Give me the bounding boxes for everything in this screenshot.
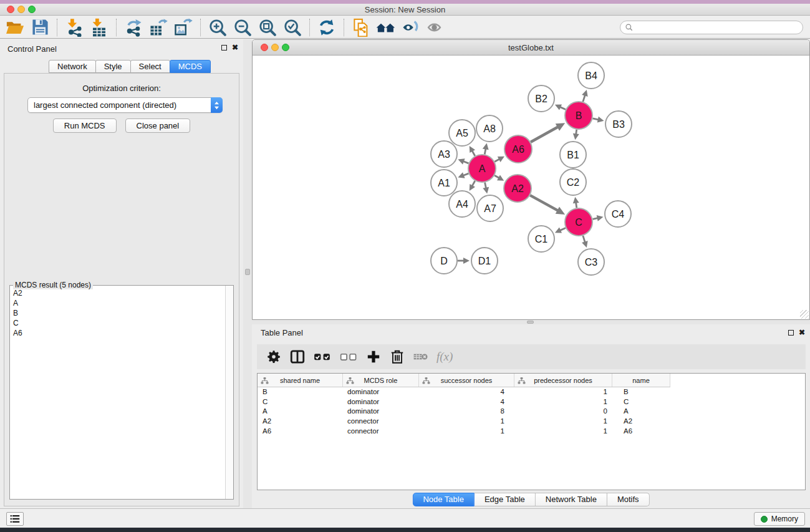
export-network-icon[interactable]	[121, 17, 146, 38]
zoom-fit-icon[interactable]	[255, 17, 280, 38]
mcds-result-item[interactable]: B	[13, 308, 224, 318]
tab-network[interactable]: Network	[49, 60, 96, 73]
minimize-window-button[interactable]	[17, 6, 25, 13]
table-cell[interactable]: 1	[419, 417, 514, 427]
import-network-icon[interactable]	[62, 17, 87, 38]
unselect-all-columns-icon[interactable]	[339, 347, 358, 366]
close-panel-icon[interactable]: ✖	[799, 329, 805, 336]
horizontal-split-divider[interactable]	[252, 320, 810, 324]
graph-node-A3[interactable]: A3	[431, 141, 457, 167]
tab-edge-table[interactable]: Edge Table	[475, 493, 536, 506]
table-cell[interactable]: connector	[343, 427, 419, 437]
table-cell[interactable]: A	[612, 407, 670, 417]
graph-node-B3[interactable]: B3	[605, 111, 632, 137]
run-mcds-button[interactable]: Run MCDS	[53, 118, 117, 133]
table-row[interactable]: A2connector11A2	[258, 417, 805, 427]
show-columns-icon[interactable]	[289, 347, 306, 366]
edge-A2-C[interactable]	[530, 195, 558, 211]
network-zoom-button[interactable]	[282, 44, 289, 51]
graph-node-A8[interactable]: A8	[476, 115, 503, 142]
table-cell[interactable]: dominator	[343, 397, 419, 407]
mcds-result-item[interactable]: A2	[13, 288, 224, 298]
zoom-out-icon[interactable]	[230, 17, 255, 38]
table-cell[interactable]: C	[612, 397, 670, 407]
mcds-result-item[interactable]: A6	[13, 328, 224, 338]
column-header-predecessor-nodes[interactable]: predecessor nodes	[514, 374, 612, 387]
tab-motifs[interactable]: Motifs	[607, 493, 650, 506]
search-field[interactable]	[620, 21, 803, 34]
network-canvas[interactable]: B4B2BB3A8A5A6A3B1AA1C2A2A4A7C4CC1C3DD1	[253, 56, 809, 319]
table-cell[interactable]: B	[612, 387, 670, 397]
graph-node-D[interactable]: D	[431, 248, 457, 274]
graph-node-C4[interactable]: C4	[605, 201, 631, 227]
graph-node-A7[interactable]: A7	[477, 195, 503, 221]
delete-columns-icon[interactable]	[389, 347, 405, 366]
table-cell[interactable]: 1	[514, 417, 612, 427]
table-cell[interactable]: dominator	[343, 407, 419, 417]
search-input[interactable]	[636, 22, 803, 33]
graph-node-B4[interactable]: B4	[578, 62, 604, 89]
network-minimize-button[interactable]	[271, 44, 279, 51]
column-header-shared-name[interactable]: shared name	[258, 374, 343, 387]
show-eye-icon[interactable]	[423, 17, 448, 38]
graph-node-C3[interactable]: C3	[578, 249, 604, 275]
table-cell[interactable]: connector	[343, 417, 419, 427]
graph-node-A4[interactable]: A4	[449, 191, 475, 217]
graph-node-A6[interactable]: A6	[504, 135, 532, 163]
graph-node-C[interactable]: C	[565, 208, 592, 236]
table-cell[interactable]: A2	[258, 417, 343, 427]
graph-node-B[interactable]: B	[565, 102, 592, 129]
divider-handle[interactable]	[245, 269, 250, 275]
frame-resize-grip[interactable]	[800, 310, 809, 319]
table-cell[interactable]: 8	[419, 407, 514, 417]
table-row[interactable]: Bdominator41B	[258, 387, 805, 397]
table-cell[interactable]: A6	[258, 427, 343, 437]
tab-network-table[interactable]: Network Table	[536, 493, 607, 506]
refresh-icon[interactable]	[314, 17, 339, 38]
zoom-in-icon[interactable]	[205, 17, 230, 38]
network-close-button[interactable]	[261, 44, 268, 51]
table-cell[interactable]: A2	[612, 417, 670, 427]
create-column-icon[interactable]	[365, 347, 382, 366]
float-panel-icon[interactable]	[221, 45, 227, 51]
table-cell[interactable]: 4	[419, 387, 514, 397]
graph-node-A1[interactable]: A1	[431, 170, 457, 196]
float-panel-icon[interactable]	[788, 330, 794, 336]
network-from-document-icon[interactable]	[349, 17, 374, 38]
hide-eye-icon[interactable]	[398, 17, 423, 38]
graph-node-B2[interactable]: B2	[528, 85, 554, 112]
divider-handle[interactable]	[527, 321, 534, 324]
column-header-name[interactable]: name	[612, 374, 670, 387]
import-table-icon[interactable]	[87, 17, 112, 38]
table-row[interactable]: A6connector11A6	[258, 427, 805, 437]
select-all-columns-icon[interactable]	[313, 347, 332, 366]
table-cell[interactable]: 4	[419, 397, 514, 407]
close-panel-icon[interactable]: ✖	[232, 44, 238, 51]
close-window-button[interactable]	[7, 6, 14, 13]
column-header-successor-nodes[interactable]: successor nodes	[419, 374, 514, 387]
open-folder-icon[interactable]	[2, 17, 27, 38]
save-session-icon[interactable]	[27, 17, 52, 38]
graph-node-D1[interactable]: D1	[471, 248, 498, 274]
graph-node-C2[interactable]: C2	[560, 169, 586, 195]
edge-A6-B[interactable]	[531, 127, 559, 142]
graph-node-A5[interactable]: A5	[449, 120, 475, 146]
export-image-icon[interactable]	[171, 17, 196, 38]
table-cell[interactable]: A6	[612, 427, 670, 437]
tab-style[interactable]: Style	[95, 60, 131, 73]
tab-mcds[interactable]: MCDS	[170, 60, 211, 73]
table-cell[interactable]: 1	[514, 397, 612, 407]
table-cell[interactable]: A	[258, 407, 343, 417]
home-browser-icon[interactable]	[374, 17, 398, 38]
criterion-dropdown[interactable]: largest connected component (directed)	[27, 97, 223, 113]
table-row[interactable]: Cdominator41C	[258, 397, 805, 407]
mcds-result-item[interactable]: A	[13, 298, 224, 308]
table-cell[interactable]: 1	[419, 427, 514, 437]
tab-select[interactable]: Select	[130, 60, 170, 73]
mcds-result-scrollbar[interactable]	[225, 286, 233, 499]
table-cell[interactable]: 1	[514, 387, 612, 397]
vertical-split-divider[interactable]	[243, 39, 252, 508]
graph-node-A[interactable]: A	[468, 155, 496, 182]
panels-list-button[interactable]	[6, 512, 24, 526]
tab-node-table[interactable]: Node Table	[412, 493, 475, 506]
